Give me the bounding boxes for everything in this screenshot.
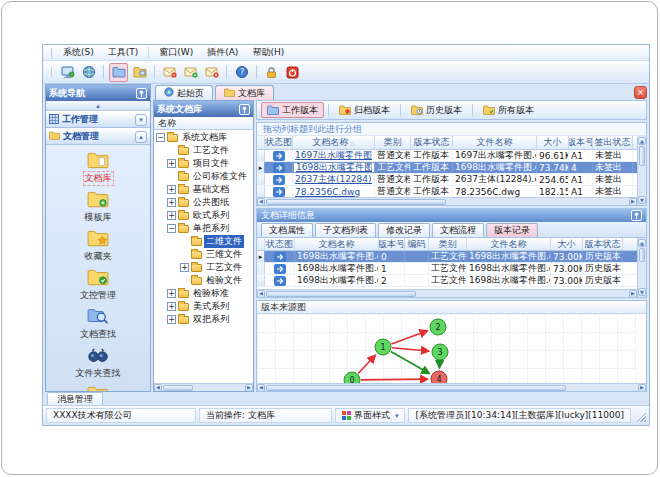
scroll-up-icon[interactable] [638, 239, 646, 247]
help-icon[interactable]: ? [232, 63, 251, 82]
toolbar-grip[interactable] [49, 67, 52, 77]
scroll-up-icon[interactable] [638, 137, 646, 145]
interface-style-dropdown[interactable]: 界面样式 [335, 408, 406, 423]
tree-node-root[interactable]: 系统文档库 [154, 131, 253, 144]
tree-column-header[interactable]: 名称 [154, 117, 253, 130]
expand-icon[interactable] [167, 211, 176, 220]
column-header[interactable]: 版本状态 [583, 238, 623, 250]
tree-node[interactable]: 检验标准 [154, 287, 253, 300]
column-header[interactable]: 签出状态 [593, 136, 633, 149]
column-header[interactable]: 文件名称 [467, 238, 551, 250]
table-row[interactable]: 2637主体(12284).dwg 普通文档 工作版本 2637主体(12284… [257, 174, 637, 186]
menu-plugins[interactable]: 插件(A) [200, 45, 245, 60]
expand-icon[interactable] [167, 185, 176, 194]
scroll-thumb[interactable] [639, 248, 645, 262]
sidebar-item-doc-search[interactable]: 文档查找 [46, 305, 150, 344]
collapse-icon[interactable] [156, 133, 165, 142]
pin-icon[interactable] [136, 88, 147, 99]
scroll-right-icon[interactable] [629, 290, 637, 298]
pin-icon[interactable] [631, 210, 642, 221]
mail-receive-icon[interactable] [181, 63, 200, 82]
scroll-left-icon[interactable] [154, 384, 162, 392]
expand-icon[interactable] [180, 263, 189, 272]
column-header[interactable]: 大小 [551, 238, 583, 250]
scroll-thumb[interactable] [266, 385, 566, 391]
scroll-down-icon[interactable] [638, 288, 646, 296]
tree-node[interactable]: 检验文件 [154, 274, 253, 287]
group-by-hint[interactable]: 拖动列标题到此进行分组 [257, 123, 646, 136]
table1-horizontal-scrollbar[interactable] [257, 197, 637, 205]
menu-window[interactable]: 窗口(W) [152, 45, 200, 60]
scroll-thumb[interactable] [266, 291, 416, 297]
tree-node[interactable]: 工艺文件 [154, 144, 253, 157]
table-row[interactable]: 1698出水嘴零件图.dwg 2 工艺文件 1698出水嘴零件图.dwg 73.… [257, 275, 637, 287]
toolbar-grip[interactable] [49, 48, 52, 58]
column-header[interactable]: 文件名称 [453, 136, 537, 149]
column-header[interactable]: 类别 [375, 136, 411, 149]
expand-icon[interactable] [167, 198, 176, 207]
collapse-icon[interactable] [167, 224, 176, 233]
table-row[interactable]: 1697出水嘴零件图.dwg 普通文档 工作版本 1697出水嘴零件图.dwg … [257, 150, 637, 162]
tree-node[interactable]: 工艺文件 [154, 261, 253, 274]
tree-node[interactable]: 欧式系列 [154, 209, 253, 222]
pin-icon[interactable] [239, 104, 250, 115]
table-row-selected[interactable]: 1698出水嘴零件图.dwg 工艺文件 工作版本 1698出水嘴零件图.dwg … [257, 162, 637, 174]
mail-block-icon[interactable] [202, 63, 221, 82]
menu-help[interactable]: 帮助(H) [245, 45, 291, 60]
sidebar-group-work[interactable]: 工作管理 [46, 111, 150, 128]
scroll-thumb[interactable] [639, 146, 645, 166]
tab-version-records[interactable]: 版本记录 [486, 223, 538, 237]
chevron-down-icon[interactable] [135, 114, 147, 126]
all-versions-button[interactable]: 所有版本 [477, 102, 540, 118]
column-header[interactable]: 状态图 [265, 136, 293, 149]
sidebar-scroll-up[interactable] [46, 101, 150, 111]
working-version-button[interactable]: 工作版本 [261, 102, 324, 118]
column-header[interactable]: 状态图 [265, 238, 295, 250]
tree-node[interactable]: 公司标准文件 [154, 170, 253, 183]
tab-document-library[interactable]: 文档库 [215, 85, 274, 100]
column-header[interactable]: 大小 [537, 136, 569, 149]
folder-desktop-icon[interactable] [130, 63, 149, 82]
tree-node[interactable]: 公共图纸 [154, 196, 253, 209]
column-header[interactable]: 版本状态 [411, 136, 453, 149]
resize-grip[interactable] [636, 410, 646, 422]
table2-horizontal-scrollbar[interactable] [257, 289, 637, 297]
logout-icon[interactable] [283, 63, 302, 82]
tree-node[interactable]: 项目文件 [154, 157, 253, 170]
sidebar-item-folder-search[interactable]: 文件夹查找 [46, 344, 150, 383]
expand-icon[interactable] [167, 315, 176, 324]
tab-subdoc-list[interactable]: 子文档列表 [315, 223, 376, 237]
menu-tools[interactable]: 工具(T) [101, 45, 146, 60]
version-graph-canvas[interactable]: 01234 [257, 314, 637, 383]
close-icon[interactable] [634, 86, 647, 99]
tree-node[interactable]: 三维文件 [154, 248, 253, 261]
tree-node[interactable]: 基础文档 [154, 183, 253, 196]
sidebar-group-doc[interactable]: 文档管理 [46, 128, 150, 145]
scroll-left-icon[interactable] [257, 384, 265, 392]
archived-version-button[interactable]: 归档版本 [333, 102, 396, 118]
sidebar-item-checked-out-docs[interactable]: 签出的文档 [46, 383, 150, 391]
scroll-left-icon[interactable] [257, 198, 265, 206]
sidebar-item-favorites[interactable]: 收藏夹 [46, 227, 150, 266]
column-header-sorted[interactable]: 文档名称 [293, 136, 375, 149]
scroll-right-icon[interactable] [629, 198, 637, 206]
workspace-icon[interactable] [58, 63, 77, 82]
expand-icon[interactable] [167, 289, 176, 298]
table2-vertical-scrollbar[interactable] [637, 238, 646, 297]
globe-icon[interactable] [79, 63, 98, 82]
tab-modification-records[interactable]: 修改记录 [378, 223, 430, 237]
table-row[interactable]: 1698出水嘴零件图.dwg 1 工艺文件 1698出水嘴零件图.dwg 73.… [257, 263, 637, 275]
chevron-up-icon[interactable] [135, 131, 147, 143]
mail-remove-icon[interactable] [160, 63, 179, 82]
document-link[interactable]: 1698出水嘴零件图.dwg [296, 162, 372, 173]
history-version-button[interactable]: 历史版本 [405, 102, 468, 118]
column-header[interactable]: 编码 [405, 238, 429, 250]
graph-horizontal-scrollbar[interactable] [257, 383, 646, 391]
expand-icon[interactable] [167, 159, 176, 168]
scroll-left-icon[interactable] [257, 290, 265, 298]
column-header[interactable]: 类别 [429, 238, 467, 250]
document-link[interactable]: 78.2356C.dwg [295, 187, 360, 197]
scroll-down-icon[interactable] [638, 196, 646, 204]
column-header[interactable]: 文档名称 [295, 238, 379, 250]
tab-message-management[interactable]: 消息管理 [47, 392, 103, 405]
